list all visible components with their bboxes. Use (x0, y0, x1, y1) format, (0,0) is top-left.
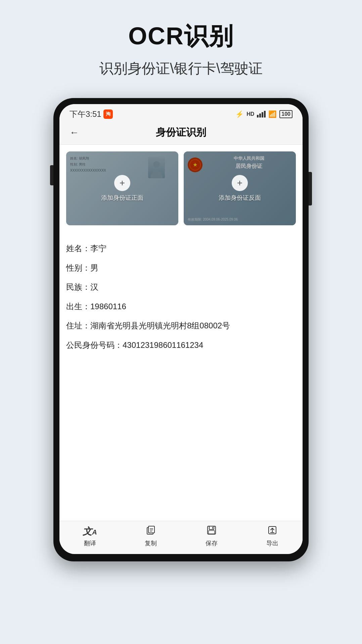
content-area: 姓名: 胡凤翔 性别: 男性 XXXXXXXXXXXXXXXX (59, 145, 303, 521)
id-card-back-slot[interactable]: ★ 中华人民共和国 居民身份证 有效期限: 2004.09.06-2025.09… (184, 151, 296, 225)
ocr-ethnicity: 民族：汉 (66, 277, 296, 297)
ocr-name: 姓名：李宁 (66, 239, 296, 258)
nav-title: 身份证识别 (79, 126, 283, 139)
id-back-add-label: 添加身份证反面 (219, 194, 261, 202)
ocr-id-number: 公民身份号码：430123198601161234 (66, 335, 296, 355)
svg-rect-5 (148, 526, 154, 533)
status-time: 下午3:51 淘 (70, 109, 113, 120)
translate-icon: 文A (83, 525, 97, 538)
id-cards-row: 姓名: 胡凤翔 性别: 男性 XXXXXXXXXXXXXXXX (66, 151, 296, 225)
signal-bars-icon (257, 111, 266, 118)
battery-icon: 100 (279, 110, 292, 118)
ocr-birth: 出生：19860116 (66, 297, 296, 316)
export-icon (267, 525, 277, 538)
copy-label: 复制 (145, 539, 157, 547)
copy-icon (146, 525, 156, 538)
id-back-add-overlay: + 添加身份证反面 (184, 151, 296, 225)
export-label: 导出 (266, 539, 278, 547)
tab-copy[interactable]: 复制 (120, 525, 181, 547)
page-header: OCR识别 识别身份证\银行卡\驾驶证 (0, 0, 362, 85)
save-icon (207, 525, 217, 538)
hd-label: HD (246, 111, 254, 117)
phone-screen: 下午3:51 淘 ⚡ HD 📶 100 (59, 104, 303, 554)
status-bar: 下午3:51 淘 ⚡ HD 📶 100 (59, 104, 303, 122)
nav-bar: ← 身份证识别 (59, 122, 303, 145)
bluetooth-icon: ⚡ (235, 110, 244, 118)
id-back-add-icon: + (232, 175, 248, 191)
wifi-icon: 📶 (268, 110, 277, 118)
phone-wrapper: 下午3:51 淘 ⚡ HD 📶 100 (53, 98, 309, 561)
tab-bar: 文A 翻译 复制 (59, 521, 303, 554)
ocr-address: 住址：湖南省光明县光明镇光明村8组08002号 (66, 316, 296, 335)
tab-translate[interactable]: 文A 翻译 (59, 525, 120, 547)
page-title: OCR识别 (13, 20, 349, 52)
save-label: 保存 (206, 539, 218, 547)
ocr-result-area: 姓名：李宁 性别：男 民族：汉 出生：19860116 住址：湖南省光明县光明镇… (66, 235, 296, 358)
ocr-gender: 性别：男 (66, 258, 296, 278)
svg-rect-11 (209, 531, 215, 534)
id-front-add-icon: + (114, 175, 130, 191)
id-front-add-overlay: + 添加身份证正面 (66, 151, 178, 225)
translate-label: 翻译 (84, 539, 96, 547)
svg-rect-10 (209, 526, 214, 530)
id-front-add-label: 添加身份证正面 (101, 194, 143, 202)
tab-export[interactable]: 导出 (242, 525, 303, 547)
back-button[interactable]: ← (70, 127, 79, 138)
status-right: ⚡ HD 📶 100 (235, 110, 292, 118)
phone-outer: 下午3:51 淘 ⚡ HD 📶 100 (53, 98, 309, 561)
id-card-front-slot[interactable]: 姓名: 胡凤翔 性别: 男性 XXXXXXXXXXXXXXXX (66, 151, 178, 225)
time-label: 下午3:51 (70, 109, 101, 120)
taobao-icon: 淘 (103, 109, 113, 119)
tab-save[interactable]: 保存 (181, 525, 242, 547)
page-subtitle: 识别身份证\银行卡\驾驶证 (13, 59, 349, 78)
